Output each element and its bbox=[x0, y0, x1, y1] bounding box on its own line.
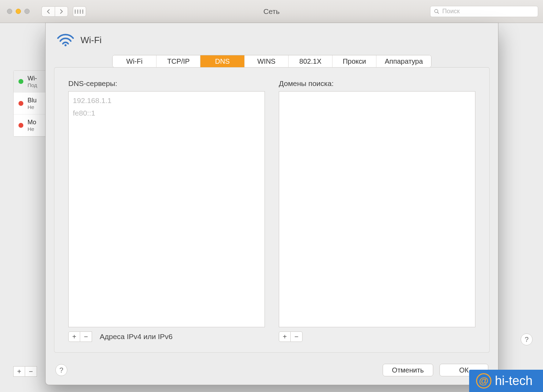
sidebar-item-name: Mo bbox=[28, 119, 36, 126]
tab-hardware[interactable]: Аппаратура bbox=[376, 55, 431, 67]
dns-server-entry[interactable]: fe80::1 bbox=[73, 107, 260, 119]
sidebar-item-name: Wi- bbox=[28, 75, 37, 82]
status-dot-icon bbox=[18, 101, 23, 106]
back-button[interactable] bbox=[41, 6, 55, 17]
add-dns-server-button[interactable]: + bbox=[68, 331, 80, 342]
tab-proxies[interactable]: Прокси bbox=[332, 55, 376, 67]
at-icon: @ bbox=[476, 373, 491, 389]
status-dot-icon bbox=[18, 123, 23, 128]
status-dot-icon bbox=[18, 79, 23, 84]
tab-dns[interactable]: DNS bbox=[200, 55, 244, 67]
wifi-advanced-sheet: Wi-Fi Wi-Fi TCP/IP DNS WINS 802.1X Прокс… bbox=[45, 23, 498, 385]
dns-servers-hint: Адреса IPv4 или IPv6 bbox=[100, 332, 173, 341]
svg-line-1 bbox=[437, 12, 439, 14]
sheet-header: Wi-Fi bbox=[46, 23, 498, 50]
close-window-button[interactable] bbox=[7, 9, 12, 14]
window-toolbar: ●●●●●●●●●●●● Сеть bbox=[0, 0, 543, 23]
search-domains-controls: + − bbox=[279, 331, 475, 342]
tab-wins[interactable]: WINS bbox=[245, 55, 289, 67]
cancel-button[interactable]: Отменить bbox=[383, 364, 433, 376]
sheet-footer: ? Отменить ОК bbox=[46, 355, 498, 385]
tab-8021x[interactable]: 802.1X bbox=[289, 55, 332, 67]
svg-point-2 bbox=[64, 44, 67, 46]
tab-tcpip[interactable]: TCP/IP bbox=[156, 55, 200, 67]
add-interface-button[interactable]: + bbox=[13, 366, 25, 377]
watermark-text: hi-tech bbox=[495, 374, 533, 388]
dns-servers-label: DNS-серверы: bbox=[68, 79, 265, 88]
help-button[interactable]: ? bbox=[55, 364, 67, 376]
grid-icon: ●●●●●●●●●●●● bbox=[75, 9, 85, 14]
sidebar-item-sub: Под bbox=[28, 82, 37, 88]
search-domains-list[interactable] bbox=[279, 91, 475, 327]
dns-servers-list[interactable]: 192.168.1.1 fe80::1 bbox=[68, 91, 265, 327]
chevron-right-icon bbox=[59, 9, 63, 14]
main-help-button[interactable]: ? bbox=[521, 334, 533, 345]
sidebar-item-sub: Не bbox=[28, 126, 36, 132]
nav-back-forward bbox=[41, 6, 68, 17]
search-domains-column: Домены поиска: + − bbox=[279, 79, 475, 342]
search-input[interactable] bbox=[442, 8, 534, 15]
remove-interface-button[interactable]: − bbox=[25, 366, 37, 377]
dns-servers-column: DNS-серверы: 192.168.1.1 fe80::1 + − Адр… bbox=[68, 79, 265, 342]
dns-servers-controls: + − Адреса IPv4 или IPv6 bbox=[68, 331, 265, 342]
remove-search-domain-button[interactable]: − bbox=[291, 331, 303, 342]
zoom-window-button[interactable] bbox=[24, 9, 30, 14]
minimize-window-button[interactable] bbox=[16, 9, 21, 14]
svg-point-0 bbox=[435, 9, 438, 13]
sidebar-item-sub: Не bbox=[28, 104, 37, 110]
sidebar-item-name: Blu bbox=[28, 97, 37, 104]
remove-dns-server-button[interactable]: − bbox=[80, 331, 92, 342]
window-traffic-lights bbox=[7, 9, 30, 14]
search-field[interactable] bbox=[430, 6, 538, 17]
search-domains-label: Домены поиска: bbox=[279, 79, 475, 88]
advanced-tabbar: Wi-Fi TCP/IP DNS WINS 802.1X Прокси Аппа… bbox=[112, 55, 431, 68]
tab-wifi[interactable]: Wi-Fi bbox=[113, 55, 156, 67]
chevron-left-icon bbox=[46, 9, 51, 14]
wifi-icon bbox=[56, 32, 75, 48]
watermark: @ hi-tech bbox=[469, 370, 543, 392]
show-all-prefs-button[interactable]: ●●●●●●●●●●●● bbox=[73, 6, 86, 17]
search-icon bbox=[434, 9, 439, 14]
sidebar-add-remove: + − bbox=[13, 366, 37, 377]
add-search-domain-button[interactable]: + bbox=[279, 331, 291, 342]
forward-button[interactable] bbox=[55, 6, 68, 17]
dns-server-entry[interactable]: 192.168.1.1 bbox=[73, 94, 260, 107]
sheet-title: Wi-Fi bbox=[81, 35, 102, 46]
dns-panel: DNS-серверы: 192.168.1.1 fe80::1 + − Адр… bbox=[54, 67, 490, 353]
